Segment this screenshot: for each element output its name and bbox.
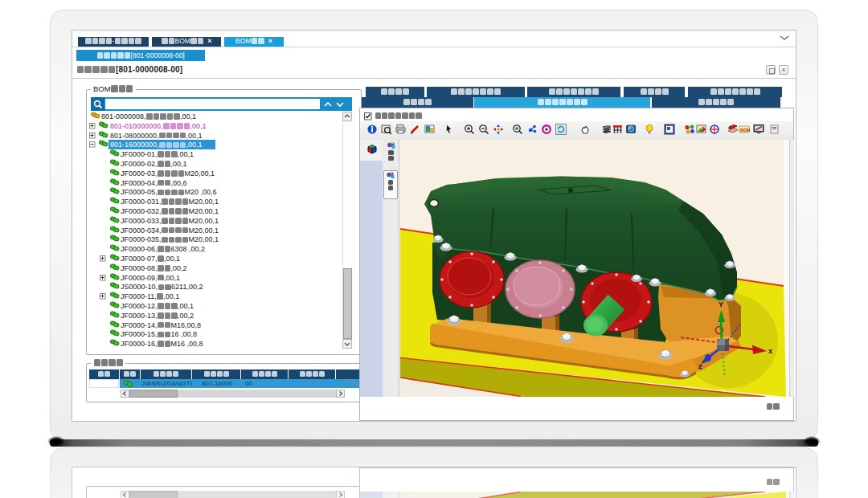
svg-text:BOM: BOM xyxy=(740,128,750,133)
svg-text:z: z xyxy=(698,362,702,370)
svg-text:Y: Y xyxy=(719,300,723,308)
svg-text:x: x xyxy=(768,347,772,355)
